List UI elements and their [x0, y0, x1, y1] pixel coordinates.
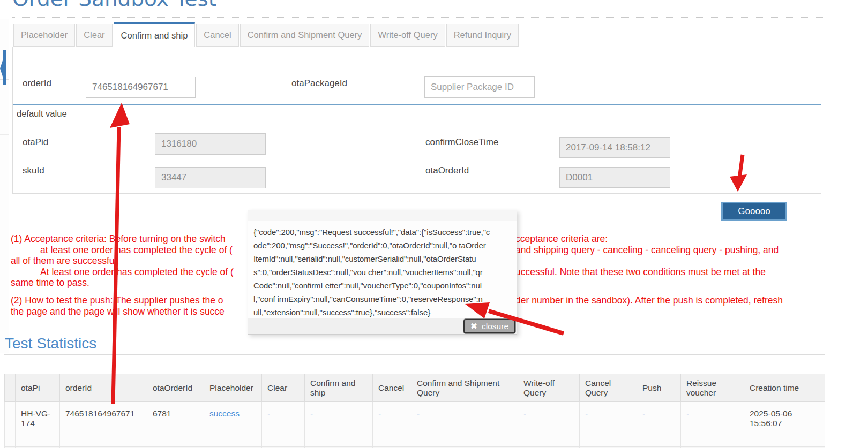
ota-order-id-label: otaOrderId — [425, 165, 469, 176]
tab-write-off-query[interactable]: Write-off Query — [370, 24, 445, 47]
order-id-input[interactable] — [86, 77, 196, 98]
note-fragment-right: uccessful. Note that these two condition… — [515, 267, 766, 278]
note-fragment-right: and shipping query - canceling - canceli… — [515, 245, 779, 256]
response-modal: {"code":200,"msg":"Request successful!",… — [248, 210, 517, 335]
stats-col-placeholder: Placeholder — [204, 374, 262, 402]
ota-pid-label: otaPid — [23, 137, 48, 148]
ota-order-id-input — [559, 167, 670, 188]
note-fragment-left: At least one order has completed the cyc… — [11, 267, 234, 277]
close-icon: ✖ — [470, 322, 477, 331]
tab-placeholder[interactable]: Placeholder — [13, 24, 75, 47]
response-json-line: ode":200,"msg":"Success!","orderId":0,"o… — [253, 239, 511, 252]
response-modal-footer: ✖ closure — [248, 318, 517, 334]
note-fragment-left: the page and the page will show whether … — [11, 306, 225, 317]
stats-col-cancel: Cancel — [373, 374, 411, 402]
stats-cell: - — [637, 402, 681, 447]
tab-confirm-and-shipment-query[interactable]: Confirm and Shipment Query — [240, 24, 370, 47]
panel-collapse-handle[interactable] — [0, 0, 8, 91]
page-title: Order Sandbox Test — [12, 0, 216, 11]
confirm-ship-form: orderId otaPackageId default value otaPi… — [12, 47, 821, 194]
closure-button-label: closure — [482, 322, 508, 331]
stats-cell[interactable]: success — [204, 402, 262, 447]
stats-cell: 6781 — [147, 402, 204, 447]
note-fragment-right: cceptance criteria are: — [515, 233, 608, 245]
stats-col-creation-time: Creation time — [744, 374, 825, 402]
stats-cell: HH-VG-174 — [16, 402, 60, 447]
tab-bar: PlaceholderClearConfirm and shipCancelCo… — [13, 22, 520, 47]
stats-cell: - — [580, 402, 637, 447]
stats-cell: - — [262, 402, 305, 447]
note-fragment-left: all of them are successful. — [11, 255, 119, 266]
stats-cell: - — [411, 402, 518, 447]
tab-cancel[interactable]: Cancel — [196, 24, 238, 47]
response-modal-header — [248, 210, 517, 221]
confirm-close-time-label: confirmCloseTime — [425, 137, 498, 148]
response-json-line: ull,"extension":null,"success":true},"su… — [253, 306, 511, 319]
closure-button[interactable]: ✖ closure — [463, 319, 515, 333]
response-json: {"code":200,"msg":"Request successful!",… — [248, 221, 517, 319]
stats-cell: - — [518, 402, 580, 447]
ota-pid-input — [155, 133, 266, 155]
sku-id-label: skuId — [23, 165, 44, 176]
stats-col-push: Push — [637, 374, 681, 402]
stats-cell: 746518164967671 — [60, 402, 147, 447]
response-json-line: l,"conf irmExpiry":null,"canConsumeTime"… — [253, 292, 511, 306]
response-json-line: ItemId":null,"serialid":null,"customerSe… — [253, 252, 511, 265]
stats-col-confirm-and-ship: Confirm and ship — [305, 374, 373, 402]
stats-col-otapi: otaPi — [16, 374, 60, 402]
stats-header-row: otaPiorderIdotaOrderIdPlaceholderClearCo… — [5, 374, 825, 402]
stats-col-cancel-query: Cancel Query — [580, 374, 637, 402]
stats-col-otaorderid: otaOrderId — [147, 374, 204, 402]
stats-row: HH-VG-1747465181649676716781success-----… — [5, 402, 825, 447]
order-sandbox-page: Order Sandbox Test PlaceholderClearConfi… — [0, 0, 868, 448]
tab-refund-inquiry[interactable]: Refund Inquiry — [446, 24, 519, 47]
default-value-label: default value — [17, 109, 67, 119]
stats-col-reissue-voucher: Reissue voucher — [681, 374, 744, 402]
chevron-left-icon — [0, 50, 6, 85]
stats-col-orderid: orderId — [60, 374, 147, 402]
note-fragment-right: der number in the sandbox). After the pu… — [515, 295, 783, 306]
tab-confirm-and-ship[interactable]: Confirm and ship — [114, 22, 196, 47]
ota-package-id-label: otaPackageId — [291, 78, 347, 89]
stats-body: HH-VG-1747465181649676716781success-----… — [5, 402, 825, 448]
confirm-close-time-input — [559, 137, 670, 158]
stats-cell — [5, 402, 16, 447]
test-statistics-heading: Test Statistics — [5, 335, 96, 352]
sku-id-input — [155, 167, 266, 188]
stats-table: otaPiorderIdotaOrderIdPlaceholderClearCo… — [4, 374, 825, 448]
note-fragment-left: (1) Acceptance criteria: Before turning … — [11, 233, 226, 244]
go-button[interactable]: Gooooo — [721, 202, 787, 221]
divider — [0, 134, 9, 135]
response-json-line: Code":null,"confirmLetter":null,"voucher… — [253, 279, 511, 292]
stats-cell: - — [305, 402, 373, 447]
stats-col-confirm-and-shipment-query: Confirm and Shipment Query — [411, 374, 518, 402]
note-fragment-left: same time to pass. — [11, 277, 89, 288]
title-divider — [12, 17, 824, 18]
ota-package-id-input[interactable] — [424, 76, 535, 98]
stats-col-write-off-query: Write-off Query — [518, 374, 580, 402]
stats-col-spacer — [5, 374, 16, 402]
stats-cell: - — [681, 402, 744, 447]
response-json-line: s":0,"orderStatusDesc":null,"vou cher":n… — [253, 265, 511, 279]
note-fragment-left: at least one order has completed the cyc… — [11, 245, 233, 255]
stats-divider — [4, 354, 825, 355]
order-id-label: orderId — [23, 78, 51, 89]
response-json-line: {"code":200,"msg":"Request successful!",… — [253, 225, 511, 239]
stats-cell: 2025-05-06 15:56:07 — [744, 402, 825, 447]
stats-cell: - — [373, 402, 411, 447]
note-fragment-left: (2) How to test the push: The supplier p… — [11, 295, 223, 306]
tab-clear[interactable]: Clear — [76, 24, 112, 47]
stats-col-clear: Clear — [262, 374, 305, 402]
